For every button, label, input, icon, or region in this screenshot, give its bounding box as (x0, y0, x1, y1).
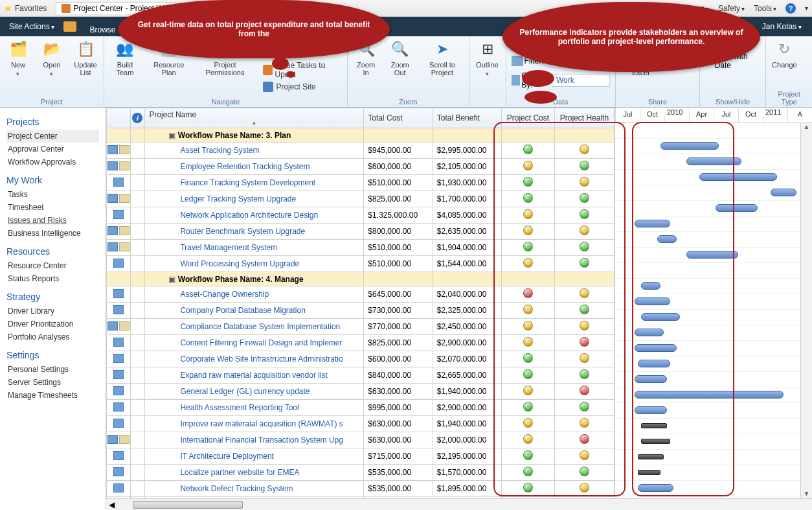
table-row[interactable]: International Financial Transaction Syst… (107, 432, 615, 448)
project-link[interactable]: Corporate Web Site Infrastructure Admini… (149, 354, 343, 364)
table-row[interactable]: Localize partner website for EMEA$535,00… (107, 465, 615, 481)
project-link[interactable]: Employee Retention Tracking System (149, 162, 310, 171)
col-total-benefit[interactable]: Total Benefit (433, 108, 501, 128)
scroll-to-project-button[interactable]: ➤Scroll to Project (421, 39, 463, 76)
project-link[interactable]: Travel Management System (149, 243, 277, 252)
gantt-bar[interactable] (641, 282, 660, 290)
project-link[interactable]: Ledger Tracking System Upgrade (149, 194, 296, 203)
ql-item-issues-risks[interactable]: Issues and Risks (6, 214, 99, 227)
gantt-bar[interactable] (657, 235, 677, 243)
table-row[interactable]: Compliance Database System Implementatio… (107, 319, 615, 335)
ql-item-server-settings[interactable]: Server Settings (6, 376, 99, 389)
change-type-button[interactable]: ↻Change (771, 39, 797, 69)
gantt-bar[interactable] (638, 360, 670, 367)
ql-item-project-center[interactable]: Project Center (6, 130, 99, 143)
gantt-bar[interactable] (638, 484, 673, 492)
project-link[interactable]: Finance Tracking System Development (149, 178, 315, 187)
project-link[interactable]: Word Processing System Upgrade (149, 259, 299, 268)
col-project-cost[interactable]: Project Cost (502, 108, 555, 128)
group-row[interactable]: Workflow Phase Name: 3. Plan (107, 128, 615, 143)
col-info[interactable]: i (130, 108, 145, 128)
tools-menu[interactable]: Tools (754, 4, 776, 13)
project-link[interactable]: Router Benchmark System Upgrade (149, 227, 305, 236)
ql-item-timesheet[interactable]: Timesheet (6, 201, 99, 214)
project-link[interactable]: Network Application Architecture Design (149, 211, 318, 220)
ql-item-resource-center[interactable]: Resource Center (6, 259, 99, 272)
project-link[interactable]: Asset-Change Ownership (149, 290, 269, 299)
open-project-button[interactable]: 📂Open (39, 39, 65, 78)
gantt-bar[interactable] (660, 142, 719, 150)
ql-item-approval-center[interactable]: Approval Center (6, 143, 99, 156)
gantt-bar[interactable] (686, 251, 738, 259)
gantt-bar[interactable] (635, 297, 670, 305)
project-link[interactable]: IT Architecture Deployment (149, 452, 274, 461)
update-list-button[interactable]: 📋Update List (73, 39, 98, 76)
table-row[interactable]: Asset Tracking System$945,000.00$2,995,0… (107, 143, 615, 159)
table-row[interactable]: Corporate Web Site Infrastructure Admini… (107, 351, 615, 367)
ql-item-bi[interactable]: Business Intelligence (6, 227, 99, 240)
table-row[interactable]: Employee Retention Tracking System$600,0… (107, 159, 615, 175)
gantt-bar[interactable] (635, 329, 664, 336)
project-link[interactable]: Company Portal Database Migration (149, 306, 305, 315)
col-indicator[interactable] (107, 108, 131, 128)
table-row[interactable]: Network Defect Tracking System$535,000.0… (107, 481, 615, 497)
gantt-bar[interactable] (641, 313, 680, 321)
table-row[interactable]: Expand raw material acquisition vendor l… (107, 367, 615, 384)
col-total-cost[interactable]: Total Cost (364, 108, 433, 128)
ql-item-driver-prioritization[interactable]: Driver Prioritization (6, 318, 99, 330)
ql-item-personal-settings[interactable]: Personal Settings (6, 363, 99, 376)
groupby-select[interactable]: Work (552, 74, 610, 87)
gantt-bar[interactable] (635, 375, 667, 383)
project-link[interactable]: General Ledger (GL) currency update (149, 387, 310, 396)
gantt-bar[interactable] (771, 189, 796, 196)
table-row[interactable]: Router Benchmark System Upgrade$800,000.… (107, 224, 615, 240)
project-link[interactable]: Health Assessment Reporting Tool (149, 403, 299, 412)
ql-head-settings[interactable]: Settings (6, 350, 99, 360)
project-link[interactable]: Improve raw materaial acquisition (RAWMA… (149, 419, 343, 428)
table-row[interactable]: IT Architecture Deployment$715,000.00$2,… (107, 448, 615, 465)
col-project-name[interactable]: Project Name▴ (145, 108, 364, 128)
site-actions-menu[interactable]: Site Actions (5, 20, 58, 33)
zoom-out-button[interactable]: 🔍Zoom Out (387, 39, 413, 76)
col-project-health[interactable]: Project Health (554, 108, 614, 128)
ql-item-status-reports[interactable]: Status Reports (6, 272, 99, 285)
gantt-bar[interactable] (641, 423, 667, 428)
table-row[interactable]: Network Application Architecture Design$… (107, 207, 615, 224)
table-row[interactable]: General Ledger (GL) currency update$630,… (107, 384, 615, 400)
gantt-bar[interactable] (635, 220, 670, 227)
ql-item-driver-library[interactable]: Driver Library (6, 305, 99, 318)
ql-item-portfolio-analyses[interactable]: Portfolio Analyses (6, 330, 99, 343)
project-link[interactable]: Network Defect Tracking System (149, 484, 293, 493)
new-project-button[interactable]: 🗂️New (5, 39, 31, 78)
group-row[interactable]: Workflow Phase Name: 4. Manage (107, 272, 615, 286)
gantt-bar[interactable] (635, 406, 667, 414)
project-link[interactable]: Localize partner website for EMEA (149, 468, 299, 477)
gantt-chart[interactable]: JulOctJanAprJulOctJanA 20102011 (615, 108, 812, 498)
gantt-bar[interactable] (686, 157, 741, 165)
ql-head-strategy[interactable]: Strategy (6, 292, 99, 302)
gantt-bar[interactable] (716, 204, 758, 212)
outline-button[interactable]: ⊞Outline (475, 39, 501, 78)
gantt-bar[interactable] (699, 173, 777, 181)
gantt-bar[interactable] (638, 454, 664, 459)
ql-item-workflow-approvals[interactable]: Workflow Approvals (6, 156, 99, 168)
ql-head-projects[interactable]: Projects (6, 117, 99, 127)
ql-item-tasks[interactable]: Tasks (6, 188, 99, 201)
table-row[interactable]: Travel Management System$510,000.00$1,90… (107, 240, 615, 256)
table-row[interactable]: Finance Tracking System Development$510,… (107, 175, 615, 191)
navigate-up-icon[interactable] (63, 21, 76, 32)
browse-tab[interactable]: Browse (82, 23, 123, 37)
project-link[interactable]: Content Filtering Firewall Design and Im… (149, 338, 342, 347)
project-link[interactable]: Compliance Database System Implementatio… (149, 322, 340, 331)
table-row[interactable]: Content Filtering Firewall Design and Im… (107, 335, 615, 351)
table-row[interactable]: Health Assessment Reporting Tool$995,000… (107, 400, 615, 416)
project-link[interactable]: Asset Tracking System (149, 146, 259, 155)
table-row[interactable]: Company Portal Database Migration$730,00… (107, 303, 615, 319)
gantt-bar[interactable] (641, 439, 670, 444)
project-link[interactable]: International Financial Transaction Syst… (149, 435, 343, 445)
help-icon[interactable]: ? (785, 3, 796, 14)
horizontal-scrollbar[interactable]: ◀ (106, 498, 812, 510)
gantt-bar[interactable] (638, 470, 660, 475)
table-row[interactable]: Word Processing System Upgrade$510,000.0… (107, 256, 615, 272)
ql-head-resources[interactable]: Resources (6, 246, 99, 257)
